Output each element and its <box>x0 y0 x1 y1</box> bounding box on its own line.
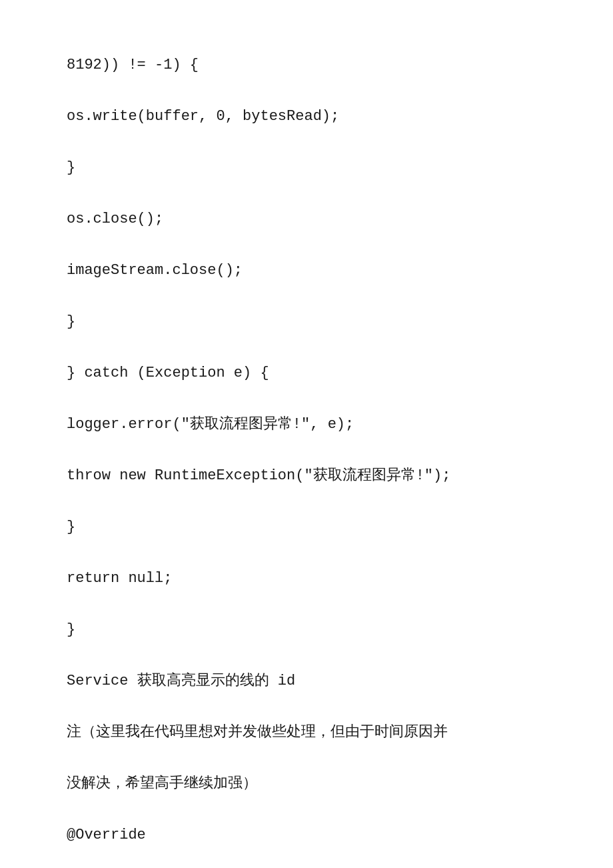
empty-line-line28 <box>67 745 573 771</box>
empty-line-line10 <box>67 283 573 309</box>
code-line-line29: 没解决，希望高手继续加强） <box>67 771 573 797</box>
empty-line-line16 <box>67 437 573 463</box>
empty-line-line8 <box>67 232 573 258</box>
code-line-line7: os.close(); <box>67 207 573 233</box>
code-line-line15: logger.error("获取流程图异常!", e); <box>67 412 573 438</box>
empty-line-line2 <box>67 78 573 104</box>
empty-line-line6 <box>67 181 573 207</box>
code-line-line23: } <box>67 617 573 643</box>
code-line-line3: os.write(buffer, 0, bytesRead); <box>67 104 573 130</box>
code-line-line11: } <box>67 309 573 335</box>
code-line-line21: return null; <box>67 566 573 592</box>
code-line-line31: @Override <box>67 823 573 849</box>
empty-line-line30 <box>67 797 573 823</box>
code-line-line9: imageStream.close(); <box>67 258 573 284</box>
empty-line-line18 <box>67 489 573 515</box>
code-line-line5: } <box>67 155 573 181</box>
code-line-line17: throw new RuntimeException("获取流程图异常!"); <box>67 463 573 489</box>
empty-line-line22 <box>67 591 573 617</box>
empty-line-line32 <box>67 848 573 868</box>
code-content: 8192)) != -1) {os.write(buffer, 0, bytes… <box>67 27 573 868</box>
code-line-line27: 注（这里我在代码里想对并发做些处理，但由于时间原因并 <box>67 720 573 746</box>
empty-line-line24 <box>67 643 573 669</box>
code-line-line25: Service 获取高亮显示的线的 id <box>67 669 573 695</box>
empty-line-line4 <box>67 129 573 155</box>
code-line-line1: 8192)) != -1) { <box>67 53 573 79</box>
code-line-line19: } <box>67 515 573 541</box>
empty-line-line20 <box>67 540 573 566</box>
code-line-line13: } catch (Exception e) { <box>67 361 573 387</box>
empty-line-line26 <box>67 694 573 720</box>
empty-line-line14 <box>67 386 573 412</box>
empty-line-line12 <box>67 335 573 361</box>
